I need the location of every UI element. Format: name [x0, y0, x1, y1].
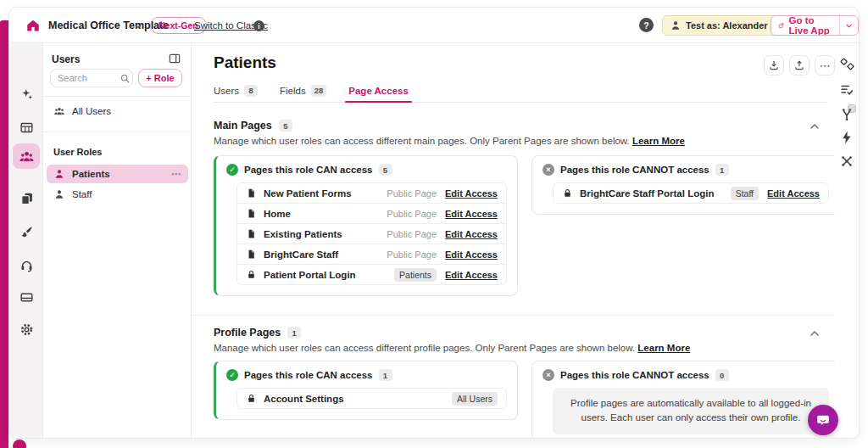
integrations-icon[interactable]	[839, 154, 854, 169]
all-users-label: All Users	[72, 106, 111, 116]
sparkles-icon[interactable]	[16, 84, 36, 104]
tab-count-badge: 8	[244, 85, 258, 97]
person-icon	[53, 168, 65, 180]
top-bar: Medical Office Template Next-Gen Switch …	[9, 8, 859, 43]
settings-gear-icon[interactable]	[16, 319, 36, 339]
page-access-row: New Patient FormsPublic PageEdit Access	[236, 182, 507, 204]
add-role-button[interactable]: + Role	[138, 69, 182, 87]
paintbrush-icon[interactable]	[16, 221, 36, 242]
section-count-badge: 1	[287, 327, 301, 339]
person-icon	[670, 20, 682, 31]
page-icon	[246, 249, 257, 260]
role-badge: All Users	[452, 392, 498, 406]
page-access-row: Account SettingsAll Users	[236, 388, 507, 409]
download-button[interactable]	[764, 55, 784, 76]
tab-count-badge: 28	[311, 85, 327, 97]
page-access-row: Patient Portal LoginPatientsEdit Access	[236, 264, 507, 285]
chat-launcher-button[interactable]	[808, 405, 838, 435]
sidebar-item-role-staff[interactable]: Staff	[47, 185, 188, 204]
page-name: Home	[264, 209, 291, 219]
can-access-card: ✓ Pages this role CAN access 1 Account S…	[214, 361, 518, 420]
sidebar-item-all-users[interactable]: All Users	[47, 101, 188, 121]
go-to-live-app-button[interactable]: Go to Live App	[771, 15, 859, 36]
users-panel: Users + Role All Users User Roles Patien…	[43, 43, 192, 438]
external-link-icon	[778, 20, 785, 31]
support-headset-icon[interactable]	[16, 255, 36, 276]
page-name: Patient Portal Login	[264, 270, 356, 280]
card-count-badge: 0	[715, 369, 729, 381]
search-icon	[120, 73, 131, 84]
branch-icon[interactable]	[839, 106, 854, 121]
divider	[43, 96, 191, 97]
page-access-row: BrightCare Staff Portal LoginStaffEdit A…	[553, 182, 829, 204]
tab-page-access[interactable]: Page Access	[348, 81, 409, 102]
section-title: Main Pages	[214, 120, 272, 132]
page-title: Patients	[214, 53, 276, 72]
cannot-access-card: × Pages this role CANNOT access 0 Profil…	[531, 361, 835, 438]
more-options-button[interactable]: ⋯	[815, 55, 835, 76]
card-count-badge: 1	[715, 164, 729, 176]
card-title: Pages this role CAN access	[244, 370, 373, 380]
page-access-row: BrightCare StaffPublic PageEdit Access	[236, 244, 507, 265]
page-access-row: HomePublic PageEdit Access	[236, 203, 507, 224]
collapse-panel-icon[interactable]	[168, 52, 183, 67]
sidebar-item-role-patients[interactable]: Patients ⋯	[47, 165, 188, 183]
page-visibility-label: Public Page	[387, 229, 437, 239]
list-check-icon[interactable]	[839, 82, 854, 98]
section-title: Profile Pages	[214, 327, 281, 339]
page-name: Account Settings	[264, 394, 344, 404]
chevron-up-icon[interactable]	[808, 120, 821, 133]
edit-access-link[interactable]: Edit Access	[445, 270, 498, 280]
section-profile-pages: Profile Pages 1 Manage which user roles …	[214, 327, 835, 353]
edit-access-link[interactable]: Edit Access	[767, 188, 820, 199]
users-panel-title: Users	[52, 53, 80, 65]
lock-icon	[562, 188, 573, 199]
chat-icon	[815, 412, 831, 428]
upload-button[interactable]	[789, 55, 810, 76]
tab-users[interactable]: Users 8	[214, 81, 258, 102]
page-icon	[246, 208, 257, 219]
section-divider	[192, 315, 835, 316]
check-icon: ✓	[226, 164, 238, 176]
learn-more-link[interactable]: Learn More	[637, 343, 690, 353]
lightning-icon[interactable]	[839, 130, 854, 145]
chevron-down-icon[interactable]	[839, 16, 858, 35]
can-access-card: ✓ Pages this role CAN access 5 New Patie…	[214, 155, 518, 296]
section-subtitle: Manage which user roles can access diffe…	[214, 343, 635, 353]
edit-access-link[interactable]: Edit Access	[445, 188, 498, 199]
right-tool-rail	[833, 43, 859, 438]
page-name: New Patient Forms	[264, 188, 352, 199]
section-count-badge: 5	[279, 120, 292, 132]
role-name: Patients	[72, 169, 110, 179]
tab-fields[interactable]: Fields 28	[280, 81, 326, 102]
card-count-badge: 1	[379, 369, 392, 381]
banner-icon[interactable]	[16, 287, 36, 307]
all-users-icon	[53, 105, 65, 117]
divider	[43, 132, 191, 132]
profile-pages-note: Profile pages are automatically availabl…	[553, 388, 829, 434]
card-title: Pages this role CANNOT access	[560, 165, 709, 175]
themes-icon[interactable]	[839, 57, 854, 72]
card-title: Pages this role CAN access	[244, 165, 373, 175]
role-badge: Staff	[731, 187, 759, 200]
edit-access-link[interactable]: Edit Access	[445, 249, 498, 260]
chevron-down-icon[interactable]	[133, 21, 143, 31]
page-name: BrightCare Staff Portal Login	[580, 188, 714, 199]
edit-access-link[interactable]: Edit Access	[445, 209, 498, 219]
section-subtitle: Manage which user roles can access diffe…	[214, 136, 630, 146]
edit-access-link[interactable]: Edit Access	[445, 229, 498, 239]
table-icon[interactable]	[16, 117, 36, 137]
home-icon[interactable]	[23, 15, 43, 36]
users-icon[interactable]	[16, 146, 36, 166]
page-visibility-label: Public Page	[387, 188, 437, 199]
chevron-up-icon[interactable]	[808, 327, 821, 340]
card-count-badge: 5	[379, 164, 392, 176]
learn-more-link[interactable]: Learn More	[632, 136, 685, 146]
tab-bar: Users 8 Fields 28 Page Access	[214, 81, 827, 103]
pages-icon[interactable]	[16, 188, 36, 208]
check-icon: ✓	[226, 369, 238, 381]
role-options-icon[interactable]: ⋯	[171, 169, 181, 180]
help-icon[interactable]: ?	[639, 18, 654, 32]
user-roles-heading: User Roles	[53, 147, 102, 157]
page-access-row: Existing PatientsPublic PageEdit Access	[236, 223, 507, 244]
